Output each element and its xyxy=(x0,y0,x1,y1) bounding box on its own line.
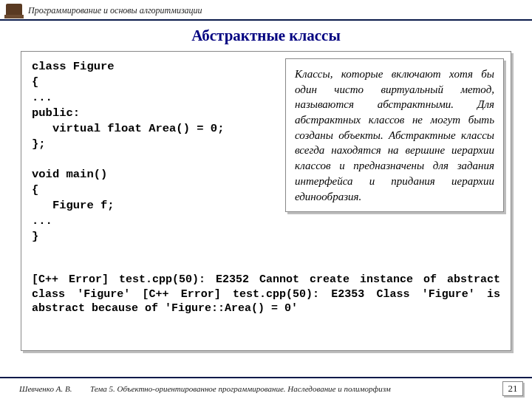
content-area: class Figure { ... public: virtual float… xyxy=(21,51,511,361)
page-number: 21 xyxy=(502,381,523,396)
logo-icon xyxy=(6,4,22,18)
definition-card: Классы, которые включают хотя бы один чи… xyxy=(285,58,504,212)
definition-text: Классы, которые включают хотя бы один чи… xyxy=(295,66,494,204)
author-label: Шевченко А. В. xyxy=(19,384,90,393)
slide-footer: Шевченко А. В. Тема 5. Объектно-ориентир… xyxy=(0,377,532,399)
topic-label: Тема 5. Объектно-ориентированное програм… xyxy=(90,384,502,393)
slide: Программирование и основы алгоритмизации… xyxy=(0,0,532,399)
slide-header: Программирование и основы алгоритмизации xyxy=(0,0,532,21)
course-title: Программирование и основы алгоритмизации xyxy=(28,5,202,16)
page-title: Абстрактные классы xyxy=(0,27,532,45)
compiler-errors: [C++ Error] test.cpp(50): E2352 Cannot c… xyxy=(32,273,500,316)
